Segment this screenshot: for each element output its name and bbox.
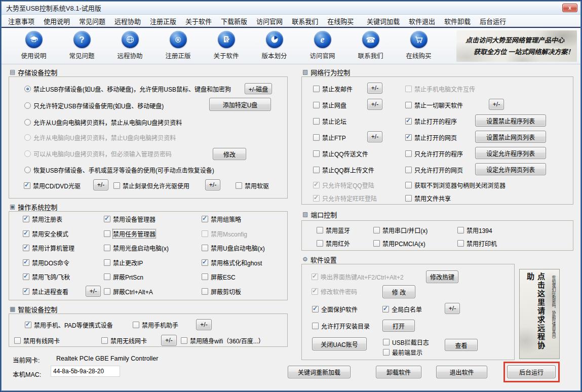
checkbox-item[interactable]: 禁用蓝牙 bbox=[317, 226, 350, 234]
modify-password-button[interactable]: 修 改 bbox=[382, 285, 415, 298]
checkbox-item[interactable]: 禁止手机电脑文件互传 bbox=[405, 85, 475, 93]
checkbox-item[interactable]: 禁止QQ传送文件 bbox=[313, 149, 368, 158]
plus-minus-button[interactable]: +/- bbox=[367, 131, 382, 142]
checkbox-item[interactable]: 禁用U盘启动电脑(x) bbox=[202, 244, 265, 252]
checkbox-item[interactable]: 禁止FTP bbox=[313, 133, 346, 141]
radio-item[interactable]: 允许从电脑向U盘拷贝资料，禁止U盘向电脑拷贝资料 bbox=[24, 133, 176, 141]
checkbox-item[interactable]: 只允许特定旺旺登陆 bbox=[313, 194, 377, 202]
checkbox-item[interactable]: 禁用红外 bbox=[317, 239, 350, 247]
reload-keywords-button[interactable]: 关键词重新加载 bbox=[288, 366, 351, 378]
set-block-program-list-button[interactable]: 设置禁止程序列表 bbox=[475, 114, 546, 127]
menu-item[interactable]: 关于软件 bbox=[181, 16, 216, 26]
checkbox-item[interactable]: 获取不到浏览器句柄则关闭浏览器 bbox=[405, 181, 506, 189]
checkbox-item[interactable]: 只允许特定QQ登陆 bbox=[313, 181, 374, 189]
checkbox-item[interactable]: 禁用手机、PAD等便携式设备 bbox=[25, 321, 113, 329]
run-background-button[interactable]: 后台运行 bbox=[507, 365, 556, 378]
radio-item[interactable]: 恢复USB存储设备、手机或蓝牙等设备的使用(可手动点击恢复设备) bbox=[24, 166, 214, 174]
checkbox-item[interactable]: 禁用文件共享 bbox=[405, 194, 451, 202]
modify-hotkey-button[interactable]: 修改热键 bbox=[426, 270, 458, 283]
exit-button[interactable]: 退出软件 bbox=[436, 366, 487, 378]
checkbox-item[interactable]: 屏蔽ESC bbox=[202, 272, 236, 281]
checkbox-item[interactable]: 唤出界面热键Alt+F2/Ctrl+Alt+2 bbox=[312, 272, 404, 281]
checkbox-item[interactable]: 禁止网盘 bbox=[313, 101, 346, 109]
set-block-webpage-list-button[interactable]: 设置禁止网页列表 bbox=[475, 131, 546, 143]
checkbox-item[interactable]: 禁用DOS命令 bbox=[23, 258, 69, 266]
checkbox-item[interactable]: 只允许打开的程序 bbox=[405, 149, 463, 158]
toolbar-item-versions[interactable]: 版本划分 bbox=[250, 31, 298, 60]
checkbox-item[interactable]: 禁止论坛 bbox=[313, 117, 346, 125]
view-log-button[interactable]: 查看 bbox=[445, 339, 478, 351]
checkbox-item[interactable]: 修改软件密码 bbox=[312, 287, 357, 295]
checkbox-item[interactable]: 禁用PCMCIA(x) bbox=[373, 239, 425, 247]
checkbox-item[interactable]: USB拦截日志 bbox=[383, 338, 429, 346]
plus-minus-button[interactable]: +/- bbox=[489, 99, 504, 110]
radio-item[interactable]: 只允许特定USB存储设备使用(如U盘、移动硬盘) bbox=[24, 101, 164, 109]
checkbox-item[interactable]: 禁止更改IP bbox=[104, 258, 143, 266]
checkbox-item[interactable]: 禁用格式化和ghost bbox=[202, 258, 262, 266]
plus-minus-button[interactable]: +/- bbox=[367, 99, 382, 110]
checkbox-item[interactable]: 禁用有线网卡 bbox=[14, 336, 60, 344]
radio-item[interactable]: 允许从U盘向电脑拷贝资料，禁止从电脑向U盘拷贝资料 bbox=[24, 118, 182, 126]
checkbox-item[interactable]: 禁用组策略 bbox=[202, 215, 241, 223]
menu-item[interactable]: 联系我们 bbox=[287, 16, 323, 26]
uninstall-button[interactable]: 卸载软件 bbox=[376, 366, 421, 378]
checkbox-item[interactable]: 禁用Msconfig bbox=[202, 229, 247, 238]
checkbox-item[interactable]: 禁用打印机 bbox=[457, 239, 497, 247]
checkbox-item[interactable]: 禁止一切聊天软件 bbox=[405, 101, 463, 109]
checkbox-item[interactable]: 禁用设备管理器 bbox=[104, 215, 156, 223]
checkbox-item[interactable]: 禁用串口/并口(x) bbox=[373, 226, 428, 234]
plus-minus-button[interactable]: +/- bbox=[161, 335, 177, 346]
checkbox-item[interactable]: 只允许打开的网页 bbox=[405, 166, 463, 174]
radio-item[interactable]: 禁止USB存储设备(如U盘、移动硬盘)，允许使用USB鼠标、键盘和加密狗 bbox=[24, 85, 231, 93]
set-allow-program-list-button[interactable]: 设定允许程序列表 bbox=[475, 147, 546, 159]
checkbox-item[interactable]: 最前端显示 bbox=[383, 348, 422, 356]
set-allow-webpage-list-button[interactable]: 设定允许网页列表 bbox=[475, 163, 546, 175]
checkbox-item[interactable]: 禁用光盘启动电脑(x) bbox=[104, 244, 169, 252]
radio-item[interactable]: 可以从电脑向U盘拷贝资料，但必须输入管理员密码 bbox=[24, 149, 172, 158]
checkbox-item[interactable]: 禁用软驱 bbox=[236, 181, 269, 189]
checkbox-item[interactable]: 禁止打开的网页 bbox=[405, 133, 457, 141]
checkbox-item[interactable]: 禁止发邮件 bbox=[313, 85, 353, 93]
remote-assist-banner[interactable]: （告知我们ID和密码、协助时情由其间） 点击这里请求远程协助 bbox=[519, 269, 560, 359]
menu-item[interactable]: 远程协助 bbox=[110, 16, 145, 26]
mac-input[interactable] bbox=[51, 366, 120, 377]
toolbar-item-contact[interactable]: ☎联系我们 bbox=[346, 31, 395, 60]
close-uac-button[interactable]: 关闭UAC账号 bbox=[312, 337, 367, 350]
plus-minus-button[interactable]: +/- bbox=[367, 83, 382, 94]
menu-item[interactable]: 后台运行 bbox=[475, 16, 511, 26]
disk-plus-minus-button[interactable]: +/-磁盘 bbox=[245, 83, 272, 94]
promo-banner[interactable]: 点击访问大势至网络管理产品中心 获取全方位 一站式网络解决方案！ bbox=[456, 30, 577, 62]
toolbar-item-official-site[interactable]: e访问官网 bbox=[298, 31, 346, 60]
toolbar-item-remote-assist[interactable]: 远程协助 bbox=[106, 31, 154, 60]
plus-minus-button[interactable]: +/- bbox=[86, 286, 101, 297]
toolbar-item-faq[interactable]: ?常见问题 bbox=[58, 31, 106, 60]
checkbox-item[interactable]: 禁止刻录但允许光驱使用 bbox=[113, 181, 189, 189]
checkbox-item[interactable]: 禁止打开的程序 bbox=[405, 117, 457, 125]
toolbar-item-about[interactable]: 关于软件 bbox=[202, 31, 250, 60]
menu-item[interactable]: 在线购买 bbox=[323, 16, 358, 26]
checkbox-item[interactable]: 屏蔽Ctrl+Alt+A bbox=[104, 287, 153, 295]
plus-minus-button[interactable]: +/- bbox=[196, 319, 212, 330]
checkbox-item[interactable]: 禁用无线网卡 bbox=[101, 336, 147, 344]
modify-admin-password-button[interactable]: 修改 bbox=[213, 148, 246, 160]
toolbar-item-register[interactable]: ®注册正版 bbox=[154, 31, 202, 60]
menu-item[interactable]: 软件卸载 bbox=[440, 16, 475, 26]
menu-item[interactable]: 下载新版 bbox=[216, 16, 252, 26]
checkbox-item[interactable]: 禁用手机助手 bbox=[133, 321, 178, 329]
checkbox-item[interactable]: 禁用安全模式 bbox=[23, 229, 68, 238]
toolbar-item-guide[interactable]: 使用说明 bbox=[10, 31, 58, 60]
toolbar-item-purchase[interactable]: 在线购买 bbox=[395, 31, 443, 60]
plus-minus-button[interactable]: +/- bbox=[93, 179, 108, 190]
checkbox-item[interactable]: 禁用计算机管理 bbox=[23, 244, 74, 252]
checkbox-item[interactable]: 禁用随身wifi（360/百度...） bbox=[181, 336, 264, 344]
checkbox-item[interactable]: 禁止QQ群上传文件 bbox=[313, 166, 374, 174]
checkbox-item[interactable]: 全局白名单 bbox=[382, 305, 422, 313]
menu-item[interactable]: 注册正版 bbox=[145, 16, 181, 26]
menu-item[interactable]: 关键词加载 bbox=[362, 16, 404, 26]
close-button[interactable]: x bbox=[562, 4, 577, 12]
menu-item[interactable]: 使用说明 bbox=[39, 16, 74, 26]
checkbox-item[interactable]: 禁止进程查看 bbox=[23, 287, 68, 295]
menu-item[interactable]: 软件退出 bbox=[404, 16, 440, 26]
checkbox-item[interactable]: 全面保护软件 bbox=[312, 305, 358, 313]
menu-item[interactable]: 注意事项 bbox=[4, 16, 39, 26]
